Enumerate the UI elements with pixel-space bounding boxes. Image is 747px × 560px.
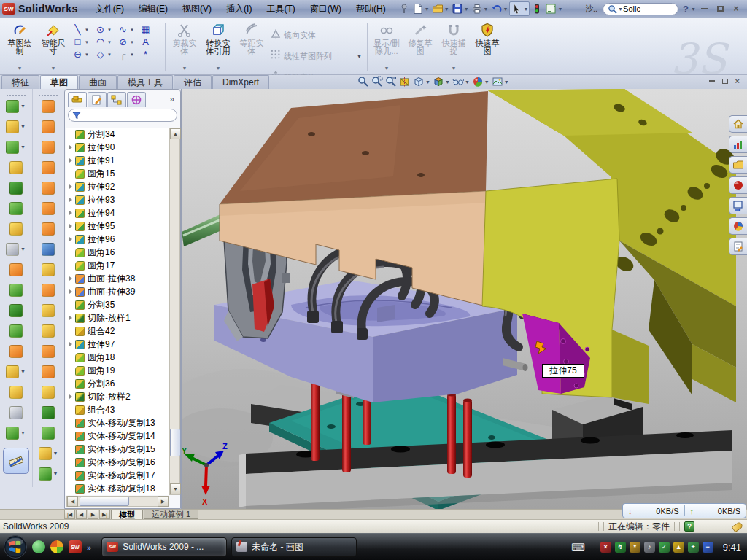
move-copy-body-button[interactable] bbox=[9, 303, 23, 317]
appearances-scenes-tab[interactable] bbox=[729, 217, 747, 235]
horizontal-scroll-thumb[interactable] bbox=[80, 497, 129, 506]
tree-item[interactable]: 实体-移动/复制18 bbox=[66, 482, 180, 495]
axis-button[interactable] bbox=[9, 405, 23, 419]
tray-antivirus-shield-icon[interactable]: ↯ bbox=[615, 542, 626, 553]
tree-item[interactable]: 实体-移动/复制17 bbox=[66, 469, 180, 482]
linear-pattern-dropdown[interactable]: ▼ bbox=[20, 246, 26, 252]
scale-button[interactable] bbox=[42, 365, 55, 378]
tray-network-warning-icon[interactable]: ▲ bbox=[673, 542, 684, 553]
cm-pattern-button[interactable]: 线性草图阵列▼ bbox=[270, 47, 363, 66]
extruded-cut-button[interactable]: ▼ bbox=[6, 120, 26, 133]
sketch-point-button[interactable]: * bbox=[139, 49, 161, 60]
tree-item[interactable]: 圆角17 bbox=[66, 259, 180, 272]
previous-view-button[interactable] bbox=[385, 76, 397, 88]
appearances-dropdown[interactable]: ▼ bbox=[484, 79, 489, 85]
sketch-spline-button[interactable]: ∿▼ bbox=[117, 24, 139, 35]
tray-security-alert-icon[interactable]: × bbox=[600, 542, 611, 553]
doc-close-button[interactable]: × bbox=[735, 77, 740, 85]
body-swap-button[interactable] bbox=[9, 344, 23, 358]
tree-item[interactable]: 拉伸96 bbox=[66, 233, 180, 246]
expander-icon[interactable] bbox=[69, 211, 75, 215]
view-orientation-dropdown[interactable]: ▼ bbox=[445, 79, 450, 85]
tag-icon[interactable] bbox=[732, 521, 744, 532]
close-button[interactable]: × bbox=[731, 4, 741, 14]
undo-button[interactable]: ▼ bbox=[490, 1, 509, 16]
parting-surface-button[interactable] bbox=[42, 201, 55, 215]
tree-item[interactable]: 组合42 bbox=[66, 324, 180, 338]
sketch-line-button[interactable]: ╲▼ bbox=[71, 24, 93, 35]
tree-filter-input[interactable] bbox=[81, 111, 161, 120]
tree-item[interactable]: 实体-移动/复制15 bbox=[66, 443, 180, 456]
combine-bodies-button[interactable] bbox=[9, 283, 23, 297]
curve-squiggle-button[interactable]: ▼ bbox=[39, 467, 58, 481]
menu-2[interactable]: 视图(V) bbox=[175, 0, 219, 18]
apply-scene-dropdown[interactable]: ▼ bbox=[504, 79, 509, 85]
search-box[interactable]: ▼ bbox=[603, 3, 678, 15]
minimize-button[interactable] bbox=[699, 4, 709, 14]
sketch-text-button[interactable]: A bbox=[139, 36, 161, 47]
tree-vertical-scrollbar[interactable]: ▲ ▼ bbox=[169, 128, 180, 495]
zoom-area-button[interactable] bbox=[371, 76, 383, 88]
search-input[interactable] bbox=[623, 4, 668, 13]
ellipse-dropdown[interactable]: ▼ bbox=[130, 40, 134, 44]
trim-dropdown[interactable]: ▼ bbox=[182, 66, 187, 71]
tree-item[interactable]: 拉伸94 bbox=[66, 206, 180, 219]
design-library-tab[interactable] bbox=[729, 136, 747, 153]
tray-volume-icon[interactable]: ♪ bbox=[644, 542, 655, 553]
tray-sync-status-icon[interactable]: − bbox=[703, 542, 713, 553]
tree-item[interactable]: 切除-放样2 bbox=[66, 390, 180, 403]
open-folder-button[interactable]: ▼ bbox=[431, 1, 450, 16]
scroll-up-button[interactable]: ▲ bbox=[170, 128, 181, 139]
tray-update-badge-icon[interactable]: * bbox=[630, 542, 640, 553]
quicklaunch-solidworks-icon[interactable]: SW bbox=[69, 540, 82, 553]
menu-4[interactable]: 工具(T) bbox=[259, 0, 302, 18]
nav-last-button[interactable]: ▶| bbox=[99, 510, 110, 519]
tree-item[interactable]: 组合43 bbox=[66, 403, 180, 416]
line-dropdown[interactable]: ▼ bbox=[85, 28, 89, 32]
tray-signal-icon[interactable]: ✓ bbox=[659, 542, 670, 553]
expander-icon[interactable] bbox=[69, 289, 75, 294]
sketch-circle-button[interactable]: ⊙▼ bbox=[94, 24, 116, 35]
convert-dropdown[interactable]: ▼ bbox=[216, 66, 221, 71]
sketch-sketch-fillet-button[interactable]: ╭▼ bbox=[117, 49, 139, 60]
apply-scene-button[interactable]: ▼ bbox=[492, 76, 509, 88]
expander-icon[interactable] bbox=[69, 316, 75, 320]
tree-item[interactable]: 圆角19 bbox=[66, 364, 180, 377]
quicklaunch-overflow-icon[interactable]: » bbox=[87, 541, 91, 554]
runner-button[interactable] bbox=[42, 283, 55, 297]
nav-prev-button[interactable]: ◀ bbox=[76, 510, 87, 519]
sketch-dropdown[interactable]: ▼ bbox=[18, 66, 23, 71]
expander-icon[interactable] bbox=[69, 394, 75, 399]
tree-item[interactable]: 圆角15 bbox=[66, 167, 180, 180]
linear-pattern-button[interactable]: ▼ bbox=[6, 242, 26, 256]
split-button[interactable] bbox=[9, 324, 23, 338]
circle-dropdown[interactable]: ▼ bbox=[107, 28, 112, 32]
print-dropdown[interactable]: ▼ bbox=[484, 7, 489, 12]
network-speed-widget[interactable]: ↓ 0KB/S ↑ 0KB/S bbox=[622, 503, 746, 518]
new-document-button[interactable]: ▼ bbox=[411, 1, 430, 16]
tree-horizontal-scrollbar[interactable]: ◀ ▶ bbox=[66, 496, 169, 507]
configurationmanager-tab[interactable] bbox=[107, 92, 126, 107]
select-arrow-dropdown[interactable]: ▼ bbox=[523, 7, 528, 12]
scroll-left-button[interactable]: ◀ bbox=[67, 496, 78, 507]
view-orientation-button[interactable]: ▼ bbox=[433, 76, 450, 88]
solidworks-resources-tab[interactable] bbox=[729, 115, 747, 133]
hide-show-items-dropdown[interactable]: ▼ bbox=[465, 79, 470, 85]
cm-convert-button[interactable]: 转换实体引用▼ bbox=[201, 21, 235, 72]
select-arrow-button[interactable]: ▼ bbox=[509, 1, 530, 16]
spline-curve-button[interactable]: ▼ bbox=[6, 426, 26, 440]
taskbar-task-solidworks[interactable]: SWSolidWorks 2009 - ... bbox=[101, 537, 227, 557]
doc-minimize-button[interactable] bbox=[709, 77, 715, 85]
ruled-surface-button[interactable] bbox=[42, 222, 55, 236]
scroll-down-button[interactable]: ▼ bbox=[170, 483, 181, 494]
tab-模具工具[interactable]: 模具工具 bbox=[117, 75, 173, 89]
sketch-selection-box-button[interactable]: ▦ bbox=[139, 24, 161, 35]
cm-trim-button[interactable]: 剪裁实体▼ bbox=[168, 21, 201, 72]
expander-icon[interactable] bbox=[69, 342, 75, 346]
cm-mirror-button[interactable]: 镜向实体 bbox=[270, 26, 363, 44]
instant3d-measure-button[interactable] bbox=[3, 448, 29, 474]
display-style-button[interactable]: ▼ bbox=[413, 76, 430, 88]
fillet-dropdown[interactable]: ▼ bbox=[20, 144, 26, 149]
tree-filter-box[interactable] bbox=[68, 109, 177, 122]
scroll-track[interactable] bbox=[129, 496, 158, 507]
